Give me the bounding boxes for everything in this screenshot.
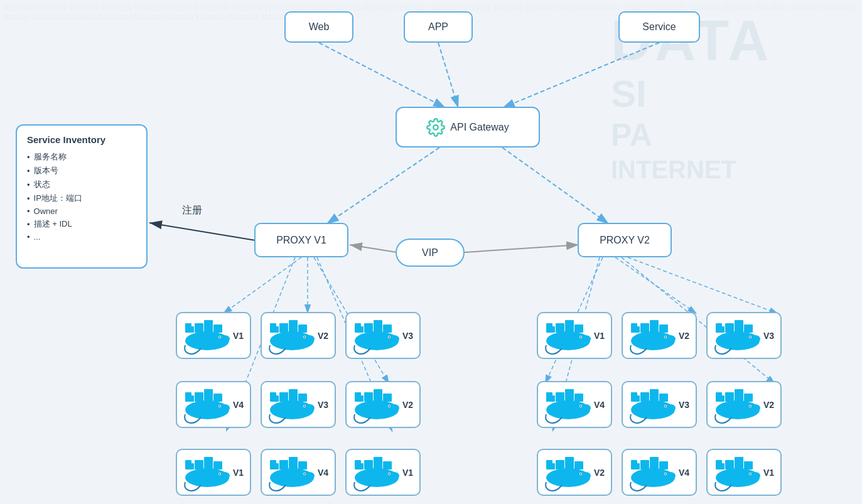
svg-rect-111: [631, 326, 640, 333]
inventory-item-2: 版本号: [27, 165, 136, 176]
svg-rect-105: [565, 320, 574, 333]
svg-rect-84: [270, 463, 279, 469]
svg-rect-178: [744, 461, 753, 469]
svg-rect-130: [546, 392, 552, 396]
proxy-v2-label: PROXY V2: [600, 235, 650, 246]
inventory-item-7: ...: [27, 232, 136, 242]
web-box: Web: [284, 11, 353, 43]
docker-right-r1c2: V2: [706, 381, 782, 428]
svg-rect-104: [556, 323, 564, 333]
docker-left-r1c2: V2: [345, 381, 421, 428]
proxy-v1-box: PROXY V1: [254, 223, 348, 257]
docker-whale-icon: [182, 317, 239, 355]
svg-point-83: [219, 473, 220, 475]
docker-whale-icon: [543, 317, 600, 355]
docker-whale-icon: [267, 386, 323, 424]
docker-whale-icon: [352, 454, 408, 491]
api-gateway-box: API Gateway: [396, 107, 540, 147]
svg-rect-103: [546, 323, 552, 327]
docker-whale-icon: [267, 454, 323, 491]
svg-rect-66: [355, 395, 364, 402]
svg-rect-42: [374, 320, 382, 333]
svg-rect-93: [355, 463, 364, 469]
docker-whale-icon: [628, 317, 684, 355]
svg-rect-75: [185, 463, 194, 469]
svg-rect-123: [735, 320, 743, 333]
svg-rect-140: [640, 392, 649, 402]
svg-point-108: [581, 335, 591, 343]
svg-rect-174: [716, 463, 725, 469]
svg-rect-76: [185, 460, 191, 464]
svg-line-3: [319, 43, 446, 108]
svg-rect-61: [298, 394, 307, 402]
svg-line-10: [465, 245, 579, 252]
docker-left-r2c1: V4: [261, 449, 336, 496]
svg-rect-33: [289, 320, 298, 333]
svg-rect-158: [556, 460, 564, 469]
svg-point-173: [665, 473, 666, 475]
svg-rect-32: [279, 323, 288, 333]
svg-rect-129: [546, 395, 555, 402]
svg-point-38: [304, 336, 305, 338]
svg-point-92: [304, 473, 305, 475]
svg-point-162: [581, 472, 591, 480]
app-box: APP: [404, 11, 473, 43]
svg-point-119: [665, 336, 666, 338]
docker-left-r1c0: V4: [176, 381, 251, 428]
svg-point-47: [389, 336, 390, 338]
svg-rect-112: [631, 323, 637, 327]
svg-rect-52: [213, 394, 222, 402]
svg-rect-25: [213, 324, 222, 333]
inventory-item-4: IP地址：端口: [27, 193, 136, 204]
docker-right-r1c0: V4: [537, 381, 612, 428]
svg-rect-151: [744, 394, 753, 402]
svg-rect-86: [279, 460, 288, 469]
docker-left-r1c1: V3: [261, 381, 336, 428]
docker-right-r1c1: V3: [622, 381, 697, 428]
docker-right-r2c1: V4: [622, 449, 697, 496]
svg-rect-149: [725, 392, 734, 402]
svg-rect-40: [355, 323, 361, 327]
svg-rect-21: [185, 326, 194, 333]
svg-rect-24: [204, 320, 213, 333]
svg-rect-142: [659, 394, 668, 402]
docker-left-r0c0: V1: [176, 312, 251, 359]
docker-right-r0c0: V1: [537, 312, 612, 359]
docker-whale-icon: [713, 386, 769, 424]
web-label: Web: [309, 21, 330, 33]
svg-rect-67: [355, 392, 361, 396]
svg-rect-87: [289, 457, 298, 469]
svg-rect-138: [631, 395, 640, 402]
svg-rect-58: [270, 392, 276, 396]
svg-rect-79: [213, 461, 222, 469]
svg-rect-69: [374, 389, 382, 402]
api-gateway-label: API Gateway: [450, 122, 509, 133]
docker-whale-icon: [352, 386, 408, 424]
docker-whale-icon: [713, 317, 769, 355]
svg-rect-177: [735, 457, 743, 469]
svg-line-5: [502, 43, 659, 108]
svg-point-146: [665, 405, 666, 407]
inventory-item-3: 状态: [27, 179, 136, 190]
svg-line-8: [149, 223, 256, 240]
svg-rect-168: [650, 457, 659, 469]
svg-rect-131: [556, 392, 564, 402]
docker-whale-icon: [628, 454, 684, 491]
svg-rect-150: [735, 389, 743, 402]
svg-rect-78: [204, 457, 213, 469]
svg-rect-141: [650, 389, 659, 402]
svg-point-101: [389, 473, 390, 475]
svg-rect-156: [546, 463, 555, 469]
svg-rect-77: [195, 460, 203, 469]
svg-point-135: [581, 404, 591, 412]
svg-rect-157: [546, 460, 552, 464]
svg-rect-97: [383, 461, 392, 469]
svg-rect-57: [270, 395, 279, 402]
inventory-item-1: 服务名称: [27, 151, 136, 163]
svg-point-56: [219, 405, 220, 407]
svg-rect-49: [185, 392, 191, 396]
docker-right-r0c2: V3: [706, 312, 782, 359]
svg-rect-70: [383, 394, 392, 402]
svg-rect-22: [185, 323, 191, 327]
docker-whale-icon: [182, 386, 239, 424]
